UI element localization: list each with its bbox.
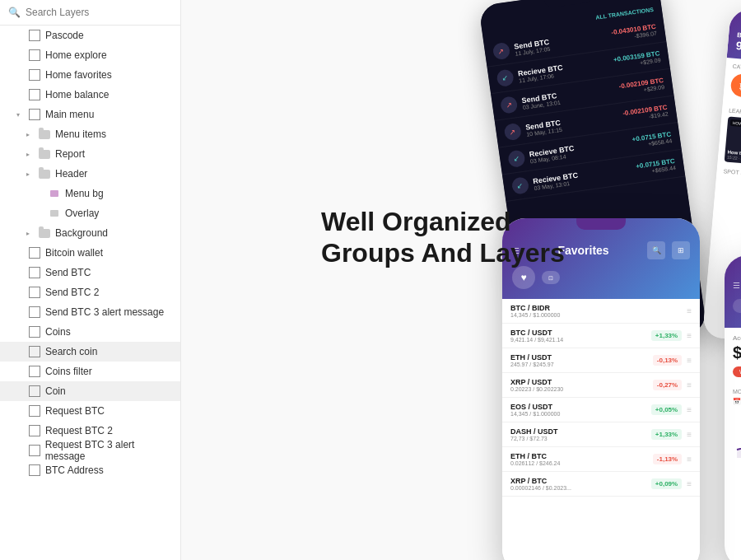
artboard-icon: [28, 424, 41, 437]
layer-item-send-btc-3[interactable]: Send BTC 3 alert message: [0, 302, 180, 322]
search-bar[interactable]: 🔍: [0, 0, 180, 26]
content-area: Well Organized Groups And Layers ALL TRA…: [181, 0, 741, 560]
acc-fav-btn[interactable]: ♥: [733, 299, 741, 313]
layer-item-bitcoin-wallet[interactable]: Bitcoin wallet: [0, 243, 180, 263]
coin-item[interactable]: ETH / BTC 0.026112 / $246.24 -1,13% ≡: [502, 447, 700, 472]
layer-item-request-btc[interactable]: Request BTC: [0, 401, 180, 421]
acc-balance-amount: $22 490.00: [733, 343, 741, 362]
layer-item-header[interactable]: ▸Header: [0, 164, 180, 184]
coin-pair: ETH / USDT: [510, 353, 653, 362]
layer-label: Bitcoin wallet: [45, 247, 103, 259]
coin-price: 245.97 / $245.97: [510, 362, 653, 367]
coin-item[interactable]: EOS / USDT 14,345 / $1.000000 +0,05% ≡: [502, 398, 700, 422]
main-headline: Well Organized Groups And Layers: [321, 206, 565, 269]
coin-item[interactable]: BTC / BIDR 14,345 / $1.000000 ≡: [502, 299, 700, 324]
tx-amount: -0.002109 BTC +$29.09: [618, 77, 664, 96]
coin-menu-icon[interactable]: ≡: [687, 356, 692, 365]
layer-item-background[interactable]: ▸Background: [0, 223, 180, 243]
coin-change: -0,13%: [653, 355, 682, 366]
center-text: Well Organized Groups And Layers: [321, 206, 565, 269]
coin-item[interactable]: DASH / USDT 72,73 / $72.73 +1,33% ≡: [502, 422, 700, 447]
artboard-icon: [28, 464, 41, 477]
coin-pair: XRP / BTC: [510, 477, 651, 485]
layer-item-menu-bg[interactable]: Menu bg: [0, 184, 180, 203]
layer-label: Home balance: [45, 89, 109, 100]
month-report: MONTH REPORT 📅 December: [725, 384, 741, 466]
layer-label: Request BTC 2: [45, 425, 113, 436]
fav-qr-icon[interactable]: ⊞: [672, 241, 690, 259]
layer-item-search-coin[interactable]: Search coin: [0, 342, 180, 362]
coin-name-col: DASH / USDT 72,73 / $72.73: [510, 427, 651, 441]
artboard-icon: [28, 266, 41, 279]
fav-tab[interactable]: ⊡: [542, 271, 560, 284]
coin-menu-icon[interactable]: ≡: [687, 380, 692, 390]
layer-label: Home favorites: [45, 69, 112, 81]
month-report-title: MONTH REPORT: [733, 389, 741, 394]
coin-menu-icon[interactable]: ≡: [687, 306, 692, 315]
search-input[interactable]: [26, 7, 172, 18]
layer-item-home-favorites[interactable]: Home favorites: [0, 65, 180, 85]
layer-item-send-btc[interactable]: Send BTC: [0, 263, 180, 282]
chevron-icon: ▸: [26, 131, 35, 138]
coin-menu-icon[interactable]: ≡: [687, 405, 692, 414]
coin-item[interactable]: ETH / USDT 245.97 / $245.97 -0,13% ≡: [502, 348, 700, 373]
coin-menu-icon[interactable]: ≡: [687, 479, 692, 488]
fav-tab-icon: ⊡: [548, 275, 553, 281]
layer-item-request-btc-2[interactable]: Request BTC 2: [0, 421, 180, 441]
layer-label: Send BTC 3 alert message: [45, 306, 164, 318]
coin-menu-icon[interactable]: ≡: [687, 455, 692, 464]
favorites-screen: ☰ Favorites 🔍 ⊞ ♥ ⊡: [502, 218, 700, 560]
artboard-icon: [28, 286, 41, 299]
spot-section: SPOT MARKETS: [716, 165, 741, 197]
layers-panel: 🔍 PascodeHome exploreHome favoritesHome …: [0, 0, 181, 560]
layer-label: Background: [55, 227, 108, 239]
layer-item-coins-filter[interactable]: Coins filter: [0, 362, 180, 381]
layer-item-menu-items[interactable]: ▸Menu items: [0, 124, 180, 144]
layer-label: Menu items: [55, 128, 106, 140]
layer-item-request-btc-3[interactable]: Request BTC 3 alert message: [0, 441, 180, 460]
layer-item-overlay[interactable]: Overlay: [0, 203, 180, 223]
layer-item-main-menu[interactable]: ▾Main menu: [0, 105, 180, 124]
layer-item-report[interactable]: ▸Report: [0, 144, 180, 164]
layer-item-coin[interactable]: Coin: [0, 381, 180, 401]
acc-withdraw-btn[interactable]: WITHDRA...: [733, 366, 741, 377]
coin-change: +1,33%: [651, 429, 682, 440]
acc-header: ☰ Favorites ✓ ♥: [725, 255, 741, 328]
coin-price: 14,345 / $1.000000: [510, 411, 651, 417]
coin-menu-icon[interactable]: ≡: [687, 331, 692, 340]
artboard-icon: [28, 365, 41, 378]
fav-search-icon[interactable]: 🔍: [647, 241, 665, 259]
layer-label: Coins filter: [45, 366, 92, 377]
artboard-icon: [28, 444, 41, 457]
layer-label: Report: [55, 148, 85, 160]
tx-arrow: ↗: [500, 96, 519, 114]
fav-icons: 🔍 ⊞: [647, 241, 690, 259]
tx-arrow: ↙: [507, 149, 526, 168]
fav-heart-btn[interactable]: ♥: [512, 266, 535, 289]
tx-arrow: ↗: [492, 42, 511, 61]
layer-item-send-btc-2[interactable]: Send BTC 2: [0, 282, 180, 302]
coin-list: BTC / BIDR 14,345 / $1.000000 ≡ BTC / US…: [502, 299, 700, 560]
coin-change: -1,13%: [653, 454, 682, 464]
coin-menu-icon[interactable]: ≡: [687, 430, 692, 439]
layer-item-coins[interactable]: Coins: [0, 322, 180, 342]
chevron-icon: ▸: [26, 170, 35, 178]
coin-change: +0,09%: [651, 478, 682, 489]
coin-name-col: ETH / USDT 245.97 / $245.97: [510, 353, 653, 367]
layer-item-home-explore[interactable]: Home explore: [0, 45, 180, 65]
acc-header-top: ☰ Favorites ✓: [733, 276, 741, 294]
layer-label: Request BTC 3 alert message: [45, 439, 174, 462]
coin-price: 0.026112 / $246.24: [510, 460, 653, 466]
coin-name-col: BTC / USDT 9,421.14 / $9,421.14: [510, 329, 651, 343]
tx-arrow: ↗: [504, 123, 523, 142]
coin-item[interactable]: XRP / USDT 0.20223 / $0.202230 -0,27% ≡: [502, 373, 700, 398]
rect-purple-icon: [48, 187, 61, 200]
coin-item[interactable]: BTC / USDT 9,421.14 / $9,421.14 +1,33% ≡: [502, 324, 700, 348]
acc-balance-section: Account balance $22 490.00 WITHDRA...: [725, 328, 741, 384]
layer-item-home-balance[interactable]: Home balance: [0, 85, 180, 105]
folder-icon: [38, 226, 51, 240]
layer-item-btc-address[interactable]: BTC Address: [0, 460, 180, 480]
tx-arrow: ↙: [496, 68, 515, 87]
layer-item-pascode[interactable]: Pascode: [0, 26, 180, 45]
coin-item[interactable]: XRP / BTC 0.00002146 / $0.2023... +0,09%…: [502, 472, 700, 497]
